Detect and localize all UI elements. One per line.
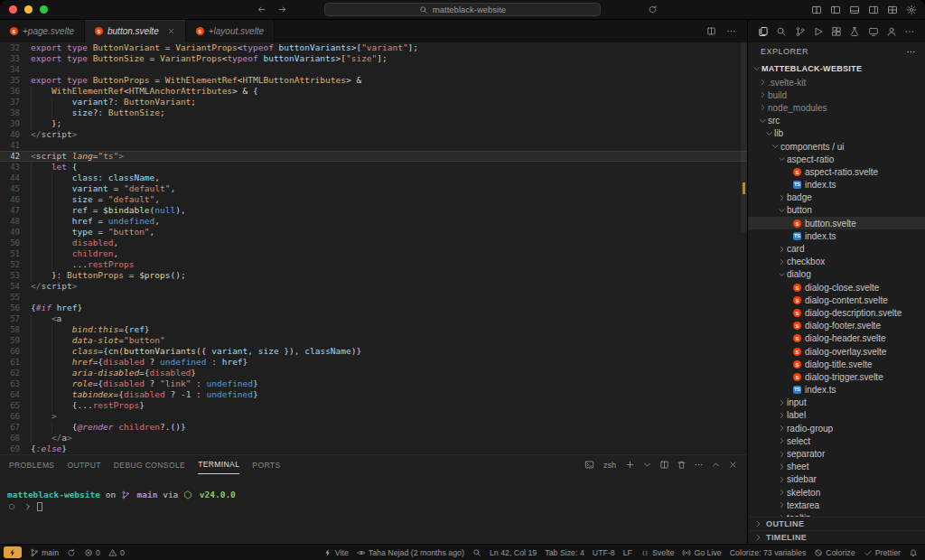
tree-item-dialog-content.svelte[interactable]: sdialog-content.svelte [748, 294, 925, 306]
activity-accounts-icon[interactable] [886, 26, 897, 37]
terminal-more-actions-icon[interactable] [694, 460, 704, 470]
tree-item-aspect-ratio.svelte[interactable]: saspect-ratio.svelte [748, 165, 925, 178]
status-launcher[interactable] [4, 546, 22, 558]
tree-item-radio-group[interactable]: radio-group [748, 422, 925, 434]
tree-item-dialog-trigger.svelte[interactable]: sdialog-trigger.svelte [748, 370, 925, 383]
manage-icon[interactable] [906, 5, 917, 15]
close-window-button[interactable] [9, 5, 17, 14]
tree-item-badge[interactable]: badge [748, 191, 925, 204]
panel-tab-terminal[interactable]: TERMINAL [198, 455, 239, 474]
code-line-61[interactable]: 61href={disabled ? undefined : href} [0, 357, 747, 368]
tree-item-skeleton[interactable]: skeleton [748, 486, 925, 499]
activity-extensions-icon[interactable] [831, 26, 842, 37]
code-line-54[interactable]: 54</script> [0, 281, 747, 292]
tree-root[interactable]: MATTEBLACK-WEBSITE [748, 61, 925, 76]
tree-item-dialog-close.svelte[interactable]: sdialog-close.svelte [748, 281, 925, 294]
code-line-37[interactable]: 37variant?: ButtonVariant; [0, 97, 747, 107]
code-line-62[interactable]: 62aria-disabled={disabled} [0, 368, 747, 378]
tree-item-sidebar[interactable]: sidebar [748, 473, 925, 486]
code-line-39[interactable]: 39}; [0, 118, 747, 129]
split-terminal-icon[interactable] [659, 460, 669, 470]
activity-source-control-icon[interactable] [795, 26, 806, 37]
code-line-44[interactable]: 44class: className, [0, 173, 747, 183]
code-line-56[interactable]: 56{#if href} [0, 303, 747, 313]
code-line-58[interactable]: 58bind:this={ref} [0, 324, 747, 335]
code-line-33[interactable]: 33export type ButtonSize = VariantProps<… [0, 53, 747, 64]
status-git-branch[interactable]: main [30, 548, 59, 557]
code-line-32[interactable]: 32export type ButtonVariant = VariantPro… [0, 42, 747, 53]
tree-item-node_modules[interactable]: node_modules [748, 101, 925, 114]
tree-item-button[interactable]: button [748, 204, 925, 217]
status-vite[interactable]: Vite [323, 548, 349, 557]
code-line-59[interactable]: 59data-slot="button" [0, 335, 747, 346]
code-line-63[interactable]: 63role={disabled ? "link" : undefined} [0, 378, 747, 389]
editor-scrollbar[interactable] [741, 42, 747, 232]
code-line-66[interactable]: 66> [0, 411, 747, 422]
code-line-52[interactable]: 52...restProps [0, 259, 747, 270]
code-line-38[interactable]: 38size?: ButtonSize; [0, 107, 747, 118]
tree-item-label[interactable]: label [748, 409, 925, 422]
status-errors[interactable]: 0 [84, 548, 100, 557]
code-line-49[interactable]: 49type = "button", [0, 227, 747, 238]
tab-+layout.svelte[interactable]: s+layout.svelte [186, 20, 275, 42]
tree-item-checkbox[interactable]: checkbox [748, 256, 925, 268]
activity-testing-icon[interactable] [849, 26, 860, 37]
status-end-of-line[interactable]: LF [623, 548, 632, 557]
status-notifications[interactable] [909, 548, 918, 557]
status-encoding[interactable]: UTF-8 [593, 548, 615, 557]
activity-additional-views-icon[interactable] [904, 26, 915, 37]
code-line-40[interactable]: 40</script> [0, 129, 747, 140]
tree-item-.svelte-kit[interactable]: .svelte-kit [748, 76, 925, 89]
code-line-43[interactable]: 43let { [0, 162, 747, 173]
status-gitlens-blame[interactable]: Taha Nejad (2 months ago) [357, 548, 464, 557]
code-line-45[interactable]: 45variant = "default", [0, 183, 747, 194]
tree-item-aspect-ratio[interactable]: aspect-ratio [748, 153, 925, 165]
status-search-editor[interactable] [472, 548, 481, 557]
tree-item-dialog-overlay.svelte[interactable]: sdialog-overlay.svelte [748, 345, 925, 358]
code-line-35[interactable]: 35export type ButtonProps = WithElementR… [0, 75, 747, 86]
toggle-primary-side-bar-icon[interactable] [830, 5, 841, 15]
tree-item-dialog-title.svelte[interactable]: sdialog-title.svelte [748, 358, 925, 370]
code-line-34[interactable]: 34 [0, 64, 747, 75]
kill-terminal-icon[interactable] [677, 460, 687, 470]
tab-button.svelte[interactable]: sbutton.svelte [85, 20, 186, 42]
new-terminal-icon[interactable] [625, 460, 635, 470]
tree-item-lib[interactable]: lib [748, 127, 925, 140]
tree-item-src[interactable]: src [748, 115, 925, 127]
activity-remote-explorer-icon[interactable] [868, 26, 879, 37]
status-warnings[interactable]: 0 [108, 548, 125, 557]
code-line-53[interactable]: 53}: ButtonProps = $props(); [0, 270, 747, 281]
code-line-50[interactable]: 50disabled, [0, 238, 747, 248]
toggle-secondary-side-bar-icon[interactable] [868, 5, 879, 15]
tree-item-button.svelte[interactable]: sbutton.svelte [748, 217, 925, 229]
activity-search-icon[interactable] [776, 26, 787, 37]
customize-layout-icon[interactable] [887, 5, 898, 15]
status-cursor-position[interactable]: Ln 42, Col 19 [490, 548, 537, 557]
tree-item-index.ts[interactable]: TSindex.ts [748, 229, 925, 242]
panel-tab-debug-console[interactable]: DEBUG CONSOLE [114, 455, 185, 474]
status-colorize-toggle[interactable]: Colorize [814, 548, 855, 557]
code-line-41[interactable]: 41 [0, 140, 747, 151]
code-line-65[interactable]: 65{...restProps} [0, 400, 747, 411]
panel-tab-output[interactable]: OUTPUT [67, 455, 100, 474]
minimize-window-button[interactable] [24, 5, 33, 14]
tree-item-dialog-header.svelte[interactable]: sdialog-header.svelte [748, 332, 925, 345]
tree-item-dialog-description.svelte[interactable]: sdialog-description.svelte [748, 306, 925, 319]
split-editor-icon[interactable] [706, 26, 716, 36]
zoom-window-button[interactable] [40, 5, 48, 14]
tree-item-index.ts[interactable]: TSindex.ts [748, 179, 925, 191]
code-line-64[interactable]: 64tabindex={disabled ? -1 : undefined} [0, 389, 747, 400]
tree-item-card[interactable]: card [748, 242, 925, 255]
code-line-69[interactable]: 69{:else} [0, 443, 747, 454]
code-line-55[interactable]: 55 [0, 292, 747, 303]
section-outline[interactable]: OUTLINE [748, 517, 925, 530]
tree-item-sheet[interactable]: sheet [748, 461, 925, 473]
maximize-panel-icon[interactable] [711, 460, 721, 470]
tree-item-index.ts[interactable]: TSindex.ts [748, 384, 925, 397]
toggle-panel-icon[interactable] [849, 5, 860, 15]
history-back-button[interactable] [257, 5, 266, 14]
command-center[interactable]: matteblack-website [324, 3, 601, 16]
toggle-editor-layout-icon[interactable] [811, 5, 822, 15]
panel-tab-ports[interactable]: PORTS [252, 455, 280, 474]
explorer-more-icon[interactable] [906, 47, 916, 57]
